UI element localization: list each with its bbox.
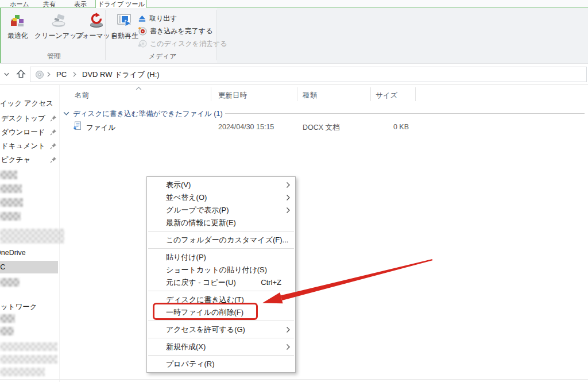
- autoplay-label: 自動再生: [111, 31, 138, 41]
- menu-item-undo-copy[interactable]: 元に戻す - コピー(U) Ctrl+Z: [147, 276, 295, 289]
- sidebar-item-pc[interactable]: PC: [0, 261, 5, 273]
- sidebar-item-downloads[interactable]: ダウンロード: [1, 126, 45, 138]
- menu-item-label: プロパティ(R): [166, 360, 215, 368]
- group-collapse-chevron-icon[interactable]: [63, 111, 69, 116]
- menu-item-label: 貼り付け(P): [166, 253, 206, 261]
- media-group-label: メディア: [109, 52, 216, 61]
- address-bar[interactable]: PC DVD RW ドライブ (H:): [30, 67, 587, 82]
- sidebar-item-redacted[interactable]: [0, 355, 57, 364]
- menu-item-shortcut: Ctrl+Z: [261, 276, 281, 289]
- menu-separator: [148, 248, 294, 249]
- sidebar-item-documents[interactable]: ドキュメント: [1, 140, 45, 152]
- column-divider[interactable]: [211, 87, 211, 101]
- cleanup-icon: [51, 12, 68, 29]
- ribbon-group-separator: [105, 10, 106, 60]
- eject-label: 取り出す: [149, 14, 177, 24]
- autoplay-button[interactable]: 自動再生: [108, 10, 141, 43]
- column-header-size[interactable]: サイズ: [376, 91, 397, 101]
- ribbon: 最適化 クリーンアップ フォーマット 管理: [0, 8, 588, 64]
- menu-item-customize-folder[interactable]: このフォルダーのカスタマイズ(F)...: [147, 234, 295, 246]
- sidebar-item-pc-selected-bg: [0, 261, 58, 273]
- ribbon-empty-area: [217, 8, 588, 63]
- breadcrumb-current-location[interactable]: DVD RW ドライブ (H:): [79, 70, 163, 80]
- tab-view[interactable]: 表示: [68, 0, 93, 8]
- menu-item-sort-by[interactable]: 並べ替え(O): [147, 191, 295, 204]
- breadcrumb-chevron-icon[interactable]: [70, 71, 79, 78]
- docx-file-icon: [73, 121, 82, 130]
- column-divider[interactable]: [415, 87, 416, 101]
- menu-item-label: 表示(V): [166, 180, 191, 189]
- submenu-chevron-icon: [286, 344, 290, 350]
- annotation-highlight-box: [153, 303, 258, 320]
- file-row-type[interactable]: DOCX 文档: [303, 123, 340, 133]
- sidebar-item-redacted[interactable]: [0, 314, 15, 323]
- autoplay-icon: [116, 12, 133, 29]
- sidebar-item-redacted[interactable]: [0, 342, 57, 351]
- column-header-date-modified[interactable]: 更新日時: [218, 91, 247, 101]
- submenu-chevron-icon: [286, 182, 290, 188]
- breadcrumb-pc[interactable]: PC: [53, 70, 70, 79]
- submenu-chevron-icon: [286, 326, 290, 333]
- sidebar-item-onedrive[interactable]: OneDrive: [0, 247, 26, 258]
- drive-disc-icon: [30, 70, 44, 79]
- menu-separator: [148, 291, 294, 291]
- ribbon-tab-strip: ホーム 共有 表示 ドライブ ツール: [0, 0, 588, 8]
- sort-ascending-icon[interactable]: [136, 86, 142, 91]
- sidebar-item-redacted[interactable]: [0, 171, 17, 179]
- tab-home[interactable]: ホーム: [6, 0, 33, 8]
- optimize-button[interactable]: 最適化: [5, 10, 31, 43]
- submenu-chevron-icon: [286, 207, 290, 214]
- sidebar-item-redacted[interactable]: [0, 368, 45, 376]
- menu-item-label: 元に戻す - コピー(U): [166, 278, 236, 287]
- context-menu: 表示(V) 並べ替え(O) グループで表示(P) 最新の情報に更新(E) このフ…: [146, 176, 296, 373]
- menu-item-new[interactable]: 新規作成(X): [147, 341, 295, 353]
- column-divider[interactable]: [370, 87, 371, 101]
- manage-group-label: 管理: [5, 52, 103, 61]
- up-arrow-button[interactable]: [16, 68, 26, 79]
- pin-icon: [50, 142, 57, 149]
- file-row-name[interactable]: ファイル: [86, 123, 115, 133]
- group-header[interactable]: ディスクに書き込む準備ができたファイル (1): [73, 109, 223, 119]
- sidebar-item-pictures[interactable]: ピクチャ: [1, 154, 30, 165]
- menu-item-view[interactable]: 表示(V): [147, 179, 295, 191]
- tab-drive-tools[interactable]: ドライブ ツール: [95, 0, 147, 8]
- window-accent-edge: [0, 8, 1, 63]
- submenu-chevron-icon: [286, 194, 290, 201]
- menu-item-paste-shortcut[interactable]: ショートカットの貼り付け(S): [147, 264, 295, 276]
- erase-disc-button[interactable]: このディスクを消去する: [138, 38, 227, 49]
- history-chevron-down-icon[interactable]: [3, 71, 10, 78]
- menu-item-properties[interactable]: プロパティ(R): [147, 358, 295, 371]
- menu-item-label: ショートカットの貼り付け(S): [166, 265, 267, 274]
- optimize-label: 最適化: [7, 31, 28, 41]
- column-divider[interactable]: [297, 87, 297, 101]
- eject-button[interactable]: 取り出す: [138, 13, 177, 24]
- sidebar-item-redacted[interactable]: [0, 278, 20, 287]
- burn-disc-icon: [138, 26, 147, 36]
- sidebar-item-redacted[interactable]: [0, 212, 21, 221]
- column-header-type[interactable]: 種類: [303, 91, 317, 101]
- window-bottom-edge: [0, 379, 588, 380]
- sidebar-item-network[interactable]: ネットワーク: [0, 301, 37, 312]
- menu-item-give-access-to[interactable]: アクセスを許可する(G): [147, 323, 295, 336]
- sidebar-item-redacted[interactable]: [0, 184, 22, 193]
- tab-share[interactable]: 共有: [37, 0, 62, 8]
- column-header-name[interactable]: 名前: [75, 91, 89, 101]
- menu-item-refresh[interactable]: 最新の情報に更新(E): [147, 217, 295, 229]
- sidebar-item-redacted[interactable]: [0, 229, 64, 244]
- file-row-date-modified[interactable]: 2024/04/30 15:15: [218, 123, 274, 131]
- sidebar-item-desktop[interactable]: デスクトップ: [1, 113, 45, 124]
- menu-item-paste[interactable]: 貼り付け(P): [147, 251, 295, 264]
- ribbon-group-separator-2: [216, 10, 217, 60]
- breadcrumb-chevron-icon[interactable]: [44, 71, 53, 78]
- finish-burning-button[interactable]: 書き込みを完了する: [138, 25, 212, 37]
- sidebar-item-quick-access[interactable]: クイック アクセス: [0, 98, 53, 109]
- sidebar-item-redacted[interactable]: [0, 327, 14, 335]
- menu-item-label: アクセスを許可する(G): [166, 325, 245, 334]
- menu-separator: [148, 338, 294, 338]
- sidebar-item-redacted[interactable]: [0, 198, 23, 207]
- menu-item-group-by[interactable]: グループで表示(P): [147, 204, 295, 217]
- erase-disc-label: このディスクを消去する: [150, 39, 227, 49]
- pin-icon: [50, 115, 57, 122]
- file-row-size[interactable]: 0 KB: [373, 123, 409, 131]
- menu-separator: [148, 355, 294, 356]
